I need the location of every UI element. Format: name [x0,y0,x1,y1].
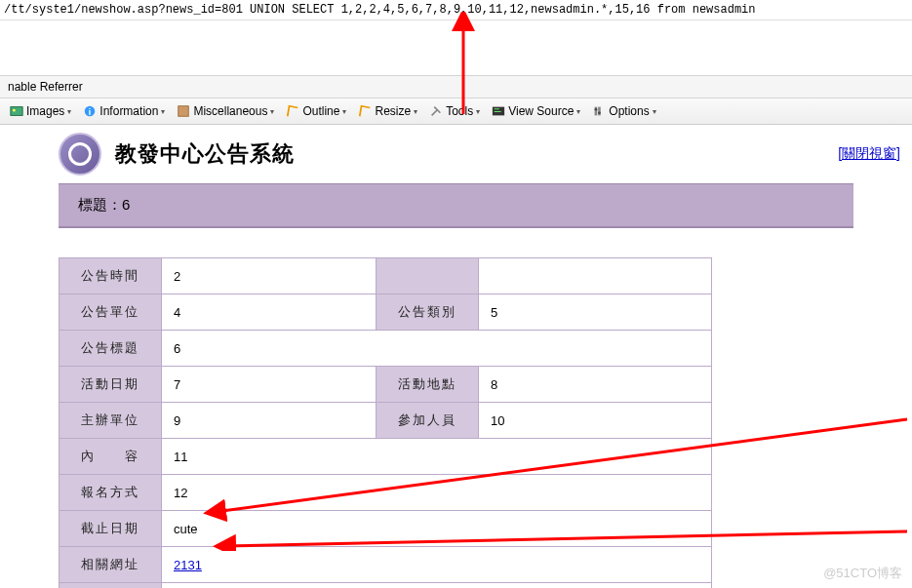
svg-rect-4 [178,106,189,117]
outline-icon [286,104,299,118]
toolbar-label: View Source [508,104,574,118]
devtools-toolbar: Images▾ i Information▾ Miscellaneous▾ Ou… [0,98,912,125]
field-label: 報名方式 [59,475,162,511]
toolbar-images[interactable]: Images▾ [6,102,75,120]
toolbar-label: Outline [302,104,339,118]
svg-rect-0 [11,107,22,116]
close-window-link[interactable]: [關閉視窗] [838,145,900,163]
field-label: 截止日期 [59,511,162,547]
toolbar-miscellaneous[interactable]: Miscellaneous▾ [173,102,278,120]
toolbar-outline[interactable]: Outline▾ [282,102,350,120]
site-title: 教發中心公告系統 [115,139,295,169]
source-icon [492,104,505,118]
svg-rect-7 [495,111,501,112]
chevron-down-icon: ▾ [67,107,71,116]
field-value: 16 [162,583,712,589]
table-row: 主辦單位 9 參加人員 10 [59,403,712,439]
url-bar[interactable]: /tt/syste1/newshow.asp?news_id=801 UNION… [0,0,912,20]
svg-text:i: i [89,107,91,117]
field-label: 內 容 [59,439,162,475]
field-label: 公告標題 [59,331,162,367]
tools-icon [429,104,443,118]
field-label: 主辦單位 [59,403,162,439]
site-logo [59,133,101,176]
info-icon: i [83,104,97,118]
toolbar-label: Information [99,104,158,118]
toolbar-label: Images [26,104,64,118]
title-bar: 標題：6 [59,183,853,228]
related-url-link[interactable]: 2131 [174,558,202,572]
field-value: 2131 [162,547,712,583]
svg-point-11 [598,111,601,114]
field-label: 公告時間 [59,258,162,294]
table-row: 報名方式 12 [59,475,712,511]
toolbar-label: Options [609,104,649,118]
field-value: 2 [162,258,377,294]
chevron-down-icon: ▾ [653,107,656,116]
toolbar-label: Tools [446,104,473,118]
field-label: 相關網址 [59,547,162,583]
watermark: @51CTO博客 [823,565,902,582]
field-value: 4 [162,294,377,331]
toolbar-view-source[interactable]: View Source▾ [488,102,584,120]
field-value: 7 [162,367,377,403]
toolbar-label: Miscellaneous [193,104,267,118]
svg-point-10 [595,108,598,111]
table-row: 活動日期 7 活動地點 8 [59,367,712,403]
field-label: 備 註 [59,583,162,589]
options-icon [592,104,606,118]
field-value: cute [162,511,712,547]
chevron-down-icon: ▾ [161,107,165,116]
svg-rect-6 [495,108,499,109]
field-value: 12 [162,475,712,511]
toolbar-information[interactable]: i Information▾ [79,102,169,120]
table-row: 內 容 11 [59,439,712,475]
field-label: 活動日期 [59,367,162,403]
table-row: 相關網址 2131 [59,547,712,583]
svg-point-1 [13,109,16,112]
field-label: 參加人員 [377,403,479,439]
field-label: 活動地點 [377,367,479,403]
chevron-down-icon: ▾ [576,107,580,116]
table-row: 公告單位 4 公告類別 5 [59,294,712,331]
chevron-down-icon: ▾ [414,107,417,116]
field-value: 6 [162,331,712,367]
table-row: 備 註 16 [59,583,712,589]
chevron-down-icon: ▾ [342,107,346,116]
field-value [479,258,712,294]
field-label: 公告單位 [59,294,162,331]
misc-icon [177,104,190,118]
table-row: 截止日期 cute [59,511,712,547]
table-row: 公告標題 6 [59,331,712,367]
announcement-table: 公告時間 2 公告單位 4 公告類別 5 公告標題 6 活動日期 7 活動地點 … [59,257,712,588]
field-value: 5 [479,294,712,331]
toolbar-tools[interactable]: Tools▾ [425,102,484,120]
resize-icon [358,104,372,118]
field-label [377,258,479,294]
page-content: 教發中心公告系統 [關閉視窗] 標題：6 公告時間 2 公告單位 4 公告類別 … [0,125,912,588]
field-label: 公告類別 [377,294,479,331]
images-icon [10,104,23,118]
page-header: 教發中心公告系統 [關閉視窗] [0,125,912,183]
chevron-down-icon: ▾ [270,107,274,116]
table-row: 公告時間 2 [59,258,712,294]
toolbar-label: Resize [375,104,411,118]
field-value: 9 [162,403,377,439]
toolbar-resize[interactable]: Resize▾ [354,102,421,120]
field-value: 10 [479,403,712,439]
field-value: 8 [479,367,712,403]
chevron-down-icon: ▾ [476,107,480,116]
toolbar-options[interactable]: Options▾ [588,102,659,120]
field-value: 11 [162,439,712,475]
referrer-bar: nable Referrer [0,75,912,98]
